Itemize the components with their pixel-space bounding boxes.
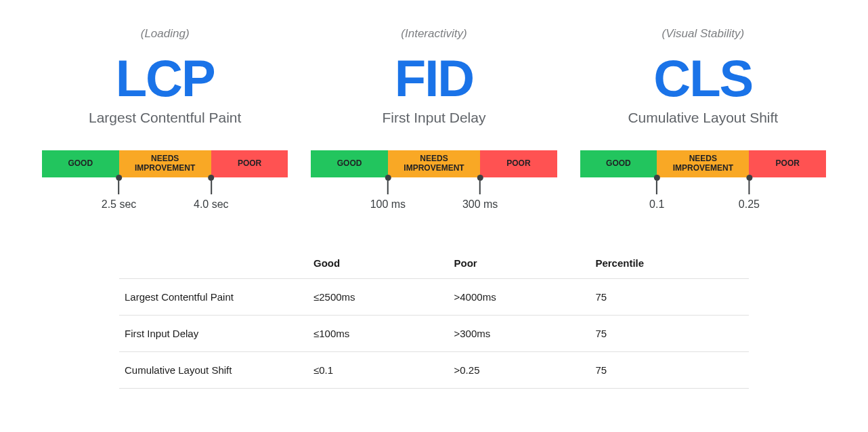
table-cell-poor: >300ms [449,316,590,352]
metric-abbr: FID [395,53,473,104]
metric-cls: (Visual Stability) CLS Cumulative Layout… [579,27,827,210]
bar-segment-poor: POOR [480,150,557,177]
table-cell-name: First Input Delay [119,316,308,352]
metric-fullname: First Input Delay [383,110,486,126]
metric-abbr: CLS [653,53,752,104]
metric-fullname: Cumulative Layout Shift [628,110,778,126]
threshold-label: 100 ms [370,198,406,211]
threshold-bar: GOOD NEEDSIMPROVEMENT POOR 0.1 0.25 [579,150,827,210]
threshold-tick-1: 0.1 [649,175,664,211]
threshold-label: 0.1 [649,198,664,211]
table-cell-good: ≤2500ms [308,279,449,316]
threshold-tick-2: 4.0 sec [194,175,229,211]
bar-segment-good: GOOD [580,150,657,177]
bar-segment-poor: POOR [211,150,288,177]
metric-category: (Visual Stability) [662,27,745,41]
table-cell-good: ≤100ms [308,316,449,352]
metric-abbr: LCP [116,53,215,104]
table-row: First Input Delay ≤100ms >300ms 75 [119,316,749,352]
metric-category: (Loading) [141,27,190,41]
metric-category: (Interactivity) [401,27,466,41]
table-cell-percentile: 75 [590,352,749,389]
bar-segment-needs-improvement: NEEDSIMPROVEMENT [657,150,749,177]
bar-segment-good: GOOD [42,150,119,177]
threshold-bar: GOOD NEEDSIMPROVEMENT POOR 100 ms 300 ms [309,150,558,210]
threshold-label: 2.5 sec [102,198,137,211]
bar-segment-good: GOOD [311,150,388,177]
metric-fid: (Interactivity) FID First Input Delay GO… [309,27,558,210]
table-header-empty [119,251,308,279]
table-header-good: Good [308,251,449,279]
threshold-label: 0.25 [739,198,760,211]
table-header-percentile: Percentile [590,251,749,279]
threshold-tick-2: 0.25 [739,175,760,211]
threshold-label: 4.0 sec [194,198,229,211]
table-cell-percentile: 75 [590,279,749,316]
metric-fullname: Largest Contentful Paint [89,110,241,126]
threshold-label: 300 ms [462,198,498,211]
bar-segment-needs-improvement: NEEDSIMPROVEMENT [119,150,211,177]
bar-segment-needs-improvement: NEEDSIMPROVEMENT [388,150,480,177]
thresholds-table: Good Poor Percentile Largest Contentful … [119,251,749,389]
metrics-row: (Loading) LCP Largest Contentful Paint G… [41,27,827,210]
table-cell-name: Cumulative Layout Shift [119,352,308,389]
table-cell-percentile: 75 [590,316,749,352]
bar-segment-poor: POOR [749,150,826,177]
threshold-tick-1: 100 ms [370,175,406,211]
table-cell-poor: >4000ms [449,279,590,316]
threshold-bar: GOOD NEEDSIMPROVEMENT POOR 2.5 sec 4.0 s… [41,150,289,210]
threshold-tick-1: 2.5 sec [102,175,137,211]
table-cell-good: ≤0.1 [308,352,449,389]
table-row: Cumulative Layout Shift ≤0.1 >0.25 75 [119,352,749,389]
table-row: Largest Contentful Paint ≤2500ms >4000ms… [119,279,749,316]
metric-lcp: (Loading) LCP Largest Contentful Paint G… [41,27,289,210]
table-cell-name: Largest Contentful Paint [119,279,308,316]
table-header-poor: Poor [449,251,590,279]
threshold-tick-2: 300 ms [462,175,498,211]
table-cell-poor: >0.25 [449,352,590,389]
